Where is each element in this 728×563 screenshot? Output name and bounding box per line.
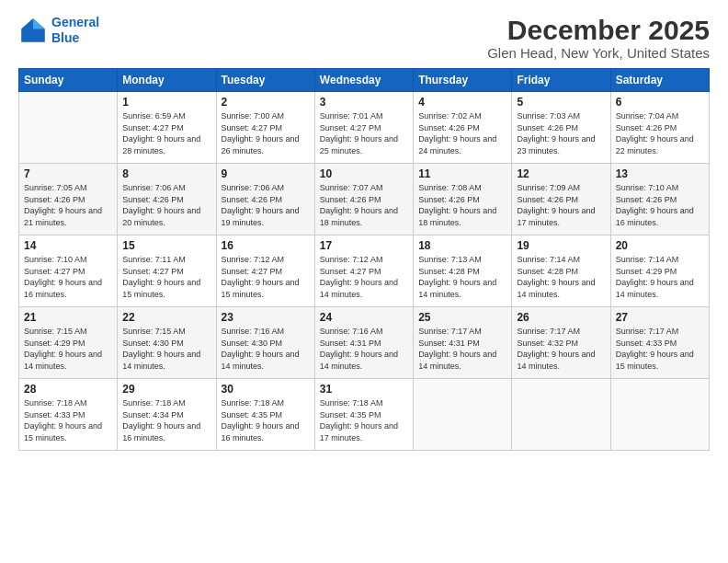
day-info: Sunrise: 7:03 AM Sunset: 4:26 PM Dayligh… [517,110,605,156]
day-number: 3 [320,96,408,109]
day-cell: 27Sunrise: 7:17 AM Sunset: 4:33 PM Dayli… [610,307,709,379]
day-info: Sunrise: 7:02 AM Sunset: 4:26 PM Dayligh… [418,110,506,156]
day-cell: 15Sunrise: 7:11 AM Sunset: 4:27 PM Dayli… [118,236,216,307]
col-wednesday: Wednesday [314,69,413,92]
day-cell: 10Sunrise: 7:07 AM Sunset: 4:26 PM Dayli… [314,164,413,236]
day-cell: 3Sunrise: 7:01 AM Sunset: 4:27 PM Daylig… [314,92,413,164]
header-row: Sunday Monday Tuesday Wednesday Thursday… [19,69,710,92]
day-number: 26 [517,311,605,324]
day-number: 24 [320,311,408,324]
day-number: 5 [517,96,605,109]
day-number: 12 [517,167,605,180]
calendar-table: Sunday Monday Tuesday Wednesday Thursday… [18,68,710,451]
header-area: General Blue December 2025 Glen Head, Ne… [18,15,710,61]
day-cell: 17Sunrise: 7:12 AM Sunset: 4:27 PM Dayli… [314,236,413,307]
day-cell: 11Sunrise: 7:08 AM Sunset: 4:26 PM Dayli… [414,164,512,236]
day-cell: 9Sunrise: 7:06 AM Sunset: 4:26 PM Daylig… [216,164,314,236]
day-info: Sunrise: 7:17 AM Sunset: 4:33 PM Dayligh… [616,326,704,372]
logo-blue: Blue [51,30,79,45]
day-cell: 23Sunrise: 7:16 AM Sunset: 4:30 PM Dayli… [216,307,314,379]
day-info: Sunrise: 7:10 AM Sunset: 4:27 PM Dayligh… [24,254,112,300]
day-info: Sunrise: 7:04 AM Sunset: 4:26 PM Dayligh… [616,110,704,156]
day-number: 2 [222,96,310,109]
week-row-4: 28Sunrise: 7:18 AM Sunset: 4:33 PM Dayli… [19,379,710,451]
day-number: 31 [320,383,408,396]
day-info: Sunrise: 7:01 AM Sunset: 4:27 PM Dayligh… [320,110,408,156]
day-info: Sunrise: 7:06 AM Sunset: 4:26 PM Dayligh… [122,182,210,228]
logo-text: General Blue [51,15,99,46]
calendar-header: Sunday Monday Tuesday Wednesday Thursday… [19,69,710,92]
day-number: 21 [24,311,112,324]
day-number: 10 [320,167,408,180]
day-info: Sunrise: 7:10 AM Sunset: 4:26 PM Dayligh… [616,182,704,228]
day-cell: 28Sunrise: 7:18 AM Sunset: 4:33 PM Dayli… [19,379,118,451]
day-info: Sunrise: 7:15 AM Sunset: 4:30 PM Dayligh… [122,326,210,372]
title-area: December 2025 Glen Head, New York, Unite… [487,15,710,61]
day-number: 1 [122,96,210,109]
week-row-1: 7Sunrise: 7:05 AM Sunset: 4:26 PM Daylig… [19,164,710,236]
day-cell: 5Sunrise: 7:03 AM Sunset: 4:26 PM Daylig… [512,92,610,164]
day-info: Sunrise: 7:14 AM Sunset: 4:28 PM Dayligh… [517,254,605,300]
day-cell [414,379,512,451]
day-number: 30 [222,383,310,396]
day-cell: 31Sunrise: 7:18 AM Sunset: 4:35 PM Dayli… [314,379,413,451]
logo-icon [18,16,48,45]
week-row-2: 14Sunrise: 7:10 AM Sunset: 4:27 PM Dayli… [19,236,710,307]
day-number: 18 [418,239,506,252]
week-row-0: 1Sunrise: 6:59 AM Sunset: 4:27 PM Daylig… [19,92,710,164]
page: General Blue December 2025 Glen Head, Ne… [0,0,728,563]
day-cell: 25Sunrise: 7:17 AM Sunset: 4:31 PM Dayli… [414,307,512,379]
day-cell: 26Sunrise: 7:17 AM Sunset: 4:32 PM Dayli… [512,307,610,379]
day-info: Sunrise: 7:18 AM Sunset: 4:34 PM Dayligh… [122,397,210,443]
day-info: Sunrise: 7:07 AM Sunset: 4:26 PM Dayligh… [320,182,408,228]
day-number: 15 [122,239,210,252]
col-friday: Friday [512,69,610,92]
day-cell: 13Sunrise: 7:10 AM Sunset: 4:26 PM Dayli… [610,164,709,236]
day-number: 29 [122,383,210,396]
day-info: Sunrise: 7:06 AM Sunset: 4:26 PM Dayligh… [222,182,310,228]
day-cell [512,379,610,451]
day-cell: 20Sunrise: 7:14 AM Sunset: 4:29 PM Dayli… [610,236,709,307]
day-cell: 6Sunrise: 7:04 AM Sunset: 4:26 PM Daylig… [610,92,709,164]
day-cell: 16Sunrise: 7:12 AM Sunset: 4:27 PM Dayli… [216,236,314,307]
day-info: Sunrise: 7:18 AM Sunset: 4:33 PM Dayligh… [24,397,112,443]
day-info: Sunrise: 7:05 AM Sunset: 4:26 PM Dayligh… [24,182,112,228]
day-number: 23 [222,311,310,324]
day-info: Sunrise: 7:08 AM Sunset: 4:26 PM Dayligh… [418,182,506,228]
svg-marker-2 [21,18,33,29]
col-thursday: Thursday [414,69,512,92]
day-number: 8 [122,167,210,180]
day-number: 17 [320,239,408,252]
day-info: Sunrise: 7:18 AM Sunset: 4:35 PM Dayligh… [320,397,408,443]
day-number: 4 [418,96,506,109]
day-info: Sunrise: 7:11 AM Sunset: 4:27 PM Dayligh… [122,254,210,300]
day-cell: 8Sunrise: 7:06 AM Sunset: 4:26 PM Daylig… [118,164,216,236]
calendar-subtitle: Glen Head, New York, United States [487,45,710,61]
day-cell: 14Sunrise: 7:10 AM Sunset: 4:27 PM Dayli… [19,236,118,307]
day-number: 25 [418,311,506,324]
calendar-body: 1Sunrise: 6:59 AM Sunset: 4:27 PM Daylig… [19,92,710,451]
day-cell: 12Sunrise: 7:09 AM Sunset: 4:26 PM Dayli… [512,164,610,236]
day-info: Sunrise: 7:18 AM Sunset: 4:35 PM Dayligh… [222,397,310,443]
col-tuesday: Tuesday [216,69,314,92]
day-info: Sunrise: 7:00 AM Sunset: 4:27 PM Dayligh… [222,110,310,156]
day-number: 16 [222,239,310,252]
day-cell: 24Sunrise: 7:16 AM Sunset: 4:31 PM Dayli… [314,307,413,379]
day-info: Sunrise: 7:16 AM Sunset: 4:30 PM Dayligh… [222,326,310,372]
day-cell: 29Sunrise: 7:18 AM Sunset: 4:34 PM Dayli… [118,379,216,451]
day-number: 14 [24,239,112,252]
day-info: Sunrise: 7:15 AM Sunset: 4:29 PM Dayligh… [24,326,112,372]
day-cell: 7Sunrise: 7:05 AM Sunset: 4:26 PM Daylig… [19,164,118,236]
day-cell: 1Sunrise: 6:59 AM Sunset: 4:27 PM Daylig… [118,92,216,164]
day-info: Sunrise: 7:17 AM Sunset: 4:31 PM Dayligh… [418,326,506,372]
day-info: Sunrise: 7:16 AM Sunset: 4:31 PM Dayligh… [320,326,408,372]
col-sunday: Sunday [19,69,118,92]
day-info: Sunrise: 7:12 AM Sunset: 4:27 PM Dayligh… [222,254,310,300]
week-row-3: 21Sunrise: 7:15 AM Sunset: 4:29 PM Dayli… [19,307,710,379]
col-saturday: Saturday [610,69,709,92]
col-monday: Monday [118,69,216,92]
day-info: Sunrise: 7:12 AM Sunset: 4:27 PM Dayligh… [320,254,408,300]
day-number: 27 [616,311,704,324]
day-info: Sunrise: 7:13 AM Sunset: 4:28 PM Dayligh… [418,254,506,300]
day-cell: 4Sunrise: 7:02 AM Sunset: 4:26 PM Daylig… [414,92,512,164]
